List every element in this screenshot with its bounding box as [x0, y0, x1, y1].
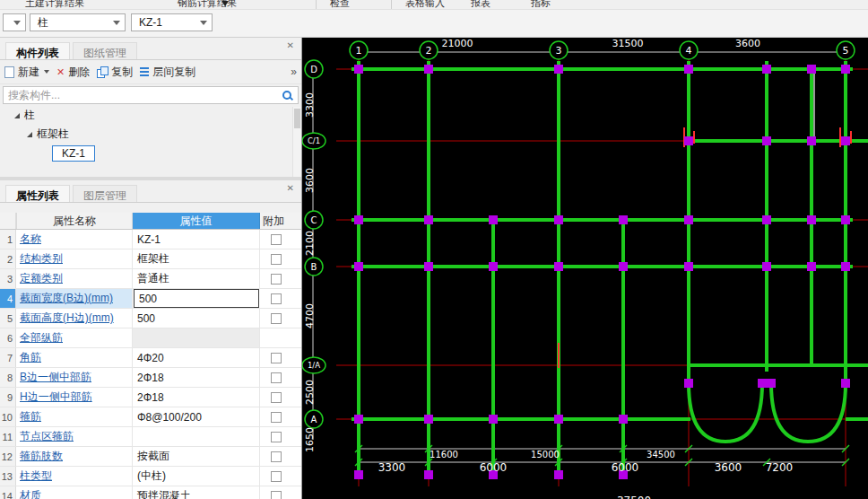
- property-name[interactable]: 定额类别: [16, 269, 133, 288]
- axis-number: 2: [426, 45, 432, 57]
- close-icon[interactable]: ✕: [287, 40, 294, 50]
- axis-letter: B: [311, 262, 317, 272]
- mini-dropdown[interactable]: [3, 13, 26, 31]
- tree-node-kz1[interactable]: KZ-1: [0, 144, 301, 162]
- attach-checkbox[interactable]: [271, 491, 282, 499]
- property-panel: ✕ 属性列表 图层管理 属性名称 属性值 附加 1名称KZ-12结构类别框架柱3…: [0, 180, 301, 499]
- property-value[interactable]: 框架柱: [133, 250, 260, 268]
- attach-checkbox[interactable]: [271, 234, 282, 245]
- property-name[interactable]: 结构类别: [16, 250, 133, 268]
- tab-drawing-management[interactable]: 图纸管理: [73, 42, 137, 59]
- category-dropdown[interactable]: 柱: [30, 13, 126, 31]
- property-row[interactable]: 5截面高度(H边)(mm)500: [0, 309, 301, 328]
- expand-triangle-icon[interactable]: [14, 113, 20, 118]
- property-attach-cell: [260, 427, 301, 446]
- menu-item-check[interactable]: 检查: [330, 0, 350, 10]
- property-name[interactable]: 名称: [16, 230, 133, 249]
- property-name[interactable]: 节点区箍筋: [16, 427, 133, 446]
- property-name[interactable]: 箍筋: [16, 407, 133, 426]
- property-row[interactable]: 13柱类型(中柱): [0, 467, 301, 486]
- property-value[interactable]: Φ8@100/200: [133, 407, 260, 426]
- property-attach-cell: [260, 388, 301, 407]
- property-name[interactable]: 柱类型: [16, 467, 133, 486]
- dimension-text: 11600: [430, 450, 458, 460]
- property-name[interactable]: B边一侧中部筋: [16, 368, 133, 387]
- property-value[interactable]: 500: [133, 309, 260, 328]
- property-row[interactable]: 4截面宽度(B边)(mm)500: [0, 289, 301, 309]
- menu-item-report[interactable]: 报表: [471, 0, 490, 10]
- layer-copy-button-label: 层间复制: [152, 65, 195, 80]
- property-value[interactable]: [133, 427, 260, 446]
- attach-checkbox[interactable]: [271, 254, 282, 265]
- property-row[interactable]: 7角筋4Φ20: [0, 348, 301, 368]
- menu-item-table-input[interactable]: 表格输入: [405, 0, 445, 10]
- property-row[interactable]: 1名称KZ-1: [0, 230, 301, 250]
- property-value[interactable]: 预拌混凝土: [133, 486, 260, 499]
- copy-button[interactable]: 复制: [97, 65, 133, 80]
- property-name[interactable]: 箍筋肢数: [16, 447, 133, 466]
- attach-checkbox[interactable]: [271, 372, 282, 383]
- property-attach-cell: [260, 309, 301, 328]
- property-row[interactable]: 6全部纵筋: [0, 328, 301, 348]
- menu-item-index[interactable]: 指标: [531, 0, 551, 10]
- search-icon[interactable]: [282, 90, 293, 101]
- dimension-text: 3300: [304, 92, 316, 118]
- tree-node-selected-label: KZ-1: [52, 145, 95, 162]
- cad-viewport[interactable]: 1 2 3 4 5 D C/1 C B 1/A A: [302, 38, 868, 499]
- property-name[interactable]: H边一侧中部筋: [16, 388, 133, 407]
- new-button[interactable]: 新建: [4, 65, 49, 80]
- header-property-value: 属性值: [133, 213, 260, 229]
- property-row[interactable]: 8B边一侧中部筋2Φ18: [0, 368, 301, 388]
- attach-checkbox[interactable]: [271, 274, 282, 285]
- property-value[interactable]: KZ-1: [133, 230, 260, 249]
- expand-triangle-icon[interactable]: [27, 132, 32, 137]
- tree-node-column[interactable]: 柱: [0, 106, 301, 125]
- property-value[interactable]: 500: [134, 289, 259, 308]
- property-name[interactable]: 截面高度(H边)(mm): [16, 309, 133, 328]
- property-name[interactable]: 全部纵筋: [16, 328, 133, 347]
- property-row[interactable]: 12箍筋肢数按截面: [0, 447, 301, 467]
- delete-button[interactable]: ✕删除: [56, 65, 90, 80]
- menu-item-civil-results[interactable]: 土建计算结果: [25, 0, 84, 10]
- property-value[interactable]: 2Φ18: [133, 388, 260, 407]
- tab-layer-management[interactable]: 图层管理: [73, 185, 137, 202]
- property-row[interactable]: 2结构类别框架柱: [0, 250, 301, 269]
- property-value[interactable]: 4Φ20: [133, 348, 260, 367]
- search-input[interactable]: 搜索构件...: [3, 86, 299, 104]
- tree-node-frame-column[interactable]: 框架柱: [0, 125, 301, 144]
- close-icon[interactable]: ✕: [287, 183, 294, 193]
- property-name[interactable]: 材质: [16, 486, 133, 499]
- attach-checkbox[interactable]: [271, 392, 282, 403]
- tab-property-list[interactable]: 属性列表: [5, 185, 70, 202]
- scrollbar[interactable]: [292, 107, 301, 177]
- attach-checkbox[interactable]: [271, 313, 282, 324]
- property-value[interactable]: (中柱): [133, 467, 260, 486]
- attach-checkbox[interactable]: [271, 471, 282, 482]
- property-name[interactable]: 角筋: [16, 348, 133, 367]
- property-name[interactable]: 截面宽度(B边)(mm): [16, 289, 133, 308]
- attach-checkbox[interactable]: [271, 451, 282, 462]
- element-dropdown[interactable]: KZ-1: [131, 13, 213, 31]
- layer-copy-button[interactable]: 层间复制: [140, 65, 195, 80]
- element-dropdown-value: KZ-1: [139, 16, 162, 29]
- property-row[interactable]: 14材质预拌混凝土: [0, 486, 301, 499]
- property-value[interactable]: 2Φ18: [133, 368, 260, 387]
- property-value[interactable]: 按截面: [133, 447, 260, 466]
- property-row[interactable]: 9H边一侧中部筋2Φ18: [0, 388, 301, 407]
- axis-bubble-labels-top: 1 2 3 4 5: [356, 45, 849, 57]
- dimension-text: 21000: [442, 38, 473, 49]
- attach-checkbox[interactable]: [271, 432, 282, 442]
- toolbar-overflow-button[interactable]: »: [291, 66, 297, 78]
- attach-checkbox[interactable]: [271, 353, 282, 363]
- attach-checkbox[interactable]: [271, 293, 282, 304]
- property-row[interactable]: 3定额类别普通柱: [0, 269, 301, 289]
- attach-checkbox[interactable]: [271, 412, 282, 423]
- property-value[interactable]: 普通柱: [133, 269, 260, 288]
- property-attach-cell: [260, 407, 301, 426]
- property-value[interactable]: [133, 328, 260, 347]
- property-row[interactable]: 11节点区箍筋: [0, 427, 301, 447]
- property-row[interactable]: 10箍筋Φ8@100/200: [0, 407, 301, 427]
- scrollbar-thumb[interactable]: [294, 109, 300, 128]
- cad-drawing[interactable]: 1 2 3 4 5 D C/1 C B 1/A A: [302, 38, 868, 499]
- tab-component-list[interactable]: 构件列表: [5, 42, 70, 59]
